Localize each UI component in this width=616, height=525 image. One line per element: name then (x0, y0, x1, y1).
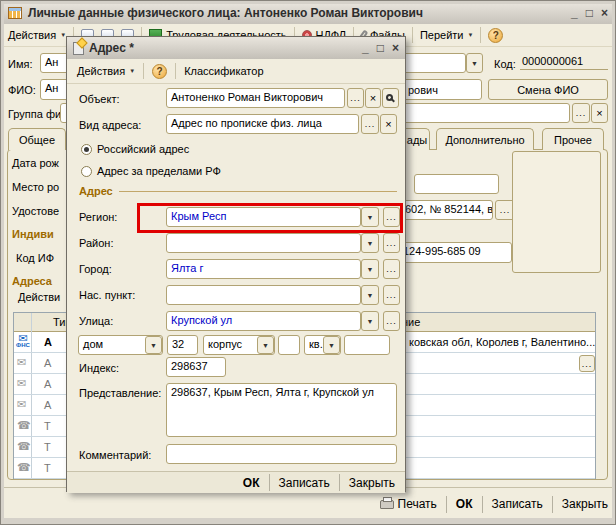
settlement-input[interactable] (166, 285, 361, 305)
kind-clear-button[interactable]: × (380, 114, 397, 134)
phone-icon: ☎ (17, 420, 31, 430)
contact-type: А (44, 378, 51, 390)
main-close-window-button[interactable]: Закрыть (562, 497, 608, 511)
dialog-close-window-button[interactable]: Закрыть (349, 476, 395, 490)
tab-additional[interactable]: Дополнительно (436, 128, 534, 150)
settlement-select-button[interactable]: ... (383, 285, 400, 305)
contact-type: Т (44, 441, 51, 453)
toolbar-separator (175, 63, 176, 79)
address-form-icon (73, 42, 84, 55)
main-title-bar: Личные данные физического лица: Антоненк… (2, 2, 614, 24)
house-kind-dropdown-button[interactable]: ▼ (145, 336, 162, 354)
radio-russian-address[interactable] (81, 144, 92, 155)
flat-number-input[interactable] (344, 335, 390, 355)
dialog-actions-menu[interactable]: Действия ▼ (77, 65, 135, 77)
region-input[interactable]: Крым Респ (166, 207, 361, 227)
comment-label: Комментарий: (79, 449, 151, 461)
main-window-title: Личные данные физического лица: Антоненк… (28, 6, 423, 20)
contact-type: А (44, 336, 52, 348)
dialog-minimize-button[interactable]: _ (362, 42, 369, 54)
footer-separator (446, 496, 447, 513)
screen: Личные данные физического лица: Антоненк… (0, 0, 616, 525)
dialog-close-button[interactable]: × (392, 42, 399, 54)
object-label: Объект: (79, 93, 120, 105)
chevron-down-icon: ▼ (367, 240, 374, 247)
postal-index-label: Индекс: (79, 362, 119, 374)
classifier-button[interactable]: Классификатор (184, 65, 263, 77)
city-dropdown-button[interactable]: ▼ (361, 259, 379, 279)
change-fio-button[interactable]: Смена ФИО (488, 79, 608, 100)
envelope-icon: ✉ (17, 399, 26, 409)
radio-russian-label[interactable]: Российский адрес (97, 143, 189, 155)
contact-edit-button[interactable]: ... (579, 355, 595, 372)
city-select-button[interactable]: ... (383, 259, 400, 279)
main-close-button[interactable]: × (601, 7, 608, 19)
main-save-button[interactable]: Записать (492, 497, 543, 511)
region-select-button[interactable]: ... (383, 207, 400, 227)
tab-partial[interactable]: ады (404, 128, 430, 150)
group-clear-button[interactable]: × (591, 103, 608, 123)
tab-other[interactable]: Прочее (542, 128, 604, 150)
city-label: Город: (79, 263, 112, 275)
radio-foreign-label[interactable]: Адрес за пределами РФ (97, 165, 221, 177)
group-select-button[interactable]: ... (572, 103, 590, 123)
print-label: Печать (398, 497, 437, 511)
contact-type: А (44, 399, 51, 411)
view-textarea[interactable]: 298637, Крым Респ, Ялта г, Крупской ул (166, 383, 397, 437)
print-button[interactable]: Печать (380, 497, 437, 511)
dialog-maximize-button[interactable]: □ (377, 42, 384, 54)
address-dialog: Адрес * _ □ × Действия ▼ ? Классификатор… (66, 36, 406, 492)
envelope-icon: ✉ (17, 378, 26, 388)
object-open-button[interactable] (382, 88, 399, 108)
city-input[interactable]: Ялта г (166, 259, 361, 279)
tab-general[interactable]: Общее (8, 128, 66, 150)
dialog-ok-button[interactable]: ОК (243, 476, 260, 490)
main-ok-button[interactable]: ОК (456, 497, 473, 511)
district-input[interactable] (166, 233, 361, 253)
help-icon[interactable]: ? (488, 28, 503, 43)
radio-foreign-address[interactable] (81, 166, 92, 177)
contact-type: Т (44, 420, 51, 432)
window-bottom-frame (0, 518, 616, 525)
dialog-save-button[interactable]: Записать (279, 476, 330, 490)
chevron-down-icon: ▼ (467, 32, 473, 38)
dialog-toolbar: Действия ▼ ? Классификатор (67, 59, 405, 84)
toolbar-separator (412, 27, 413, 43)
house-number-input[interactable]: 32 (167, 335, 198, 355)
name-label: Имя: (8, 58, 32, 70)
street-dropdown-button[interactable]: ▼ (361, 311, 379, 331)
kind-input[interactable]: Адрес по прописке физ. лица (166, 114, 359, 134)
chevron-down-icon: ▼ (150, 342, 157, 349)
object-input[interactable]: Антоненко Роман Викторович (166, 88, 345, 108)
kind-select-button[interactable]: ... (361, 114, 379, 134)
region-dropdown-button[interactable]: ▼ (361, 207, 379, 227)
house-kind-value: дом (83, 338, 103, 350)
street-select-button[interactable]: ... (383, 311, 400, 331)
main-maximize-button[interactable]: □ (586, 7, 593, 19)
building-kind-dropdown-button[interactable]: ▼ (257, 336, 274, 354)
object-clear-button[interactable]: × (365, 88, 381, 108)
flat-kind-value: кв. (309, 338, 323, 350)
goto-menu[interactable]: Перейти ▼ (420, 29, 474, 41)
postal-index-input[interactable]: 298637 (166, 357, 226, 377)
dialog-help-icon[interactable]: ? (152, 64, 167, 79)
comment-input[interactable] (166, 444, 397, 464)
main-minimize-button[interactable]: _ (571, 7, 578, 19)
main-actions-label: Действия (8, 29, 56, 41)
main-actions-menu[interactable]: Действия ▼ (8, 29, 66, 41)
settlement-dropdown-button[interactable]: ▼ (361, 285, 379, 305)
fns-badge: ФНС (16, 343, 30, 348)
building-kind-value: корпус (208, 338, 242, 350)
chevron-down-icon: ▼ (367, 266, 374, 273)
name-dropdown-button[interactable]: ▼ (466, 53, 483, 73)
footer-separator (552, 496, 553, 513)
flat-kind-dropdown-button[interactable]: ▼ (323, 336, 340, 354)
settlement-label: Нас. пункт: (79, 289, 135, 301)
street-input[interactable]: Крупской ул (166, 311, 361, 331)
printer-icon (380, 500, 394, 509)
building-number-input[interactable] (278, 335, 300, 355)
district-select-button[interactable]: ... (383, 233, 400, 253)
district-label: Район: (79, 237, 113, 249)
object-select-button[interactable]: ... (347, 88, 364, 108)
district-dropdown-button[interactable]: ▼ (361, 233, 379, 253)
